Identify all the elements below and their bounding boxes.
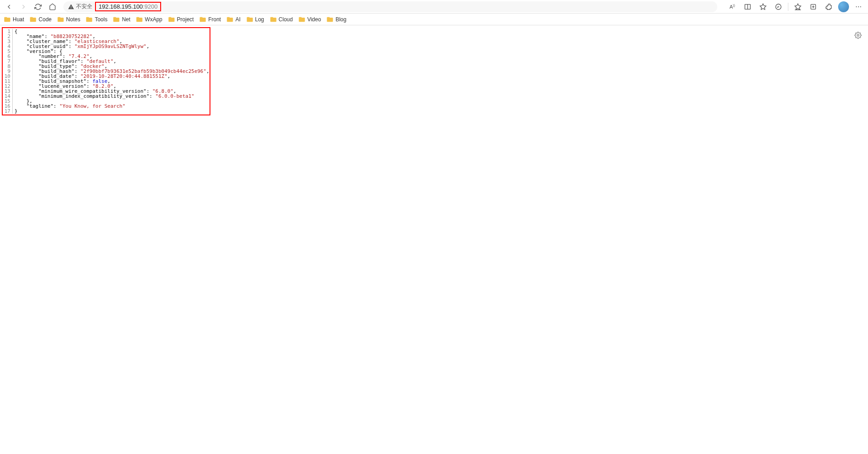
bookmark-folder[interactable]: Project (168, 16, 194, 23)
address-bar[interactable]: 不安全 192.168.195.100:9200 (63, 1, 717, 12)
browser-toolbar: 不安全 192.168.195.100:9200 A)) (0, 0, 868, 14)
json-line: 14 "minimum_index_compatibility_version"… (3, 94, 210, 99)
bookmark-folder[interactable]: Front (199, 16, 221, 23)
bookmark-label: Project (177, 16, 194, 23)
bookmark-folder[interactable]: Cloud (270, 16, 293, 23)
bookmark-label: Log (255, 16, 264, 23)
bookmark-label: Video (307, 16, 321, 23)
toolbar-divider (788, 3, 788, 11)
folder-icon (29, 16, 37, 23)
insecure-label: 不安全 (76, 3, 92, 10)
bookmark-folder[interactable]: Notes (57, 16, 80, 23)
home-button[interactable] (47, 1, 58, 12)
bookmark-label: Notes (66, 16, 80, 23)
read-aloud-button[interactable]: A)) (726, 1, 738, 12)
bookmark-label: Front (208, 16, 221, 23)
bookmark-folder[interactable]: WxApp (136, 16, 162, 23)
bookmark-label: Net (122, 16, 130, 23)
bookmarks-bar: HuatCodeNotesToolsNetWxAppProjectFrontAI… (0, 14, 868, 25)
page-content: 1{2 "name": "b88230752282",3 "cluster_na… (0, 25, 868, 117)
insecure-indicator: 不安全 (68, 3, 92, 10)
svg-marker-2 (760, 4, 766, 10)
json-line: 17} (3, 109, 210, 114)
sync-button[interactable] (773, 1, 784, 12)
folder-icon (4, 16, 11, 23)
back-button[interactable] (4, 1, 14, 12)
svg-point-9 (856, 6, 857, 7)
bookmark-folder[interactable]: Video (298, 16, 321, 23)
bookmark-label: Code (38, 16, 52, 23)
folder-icon (226, 16, 234, 23)
split-screen-button[interactable] (742, 1, 754, 12)
bookmark-folder[interactable]: Blog (326, 16, 346, 23)
bookmark-label: Blog (335, 16, 346, 23)
bookmark-label: WxApp (145, 16, 162, 23)
json-viewer-settings-icon[interactable] (853, 30, 863, 41)
svg-marker-4 (795, 4, 801, 10)
bookmark-folder[interactable]: Tools (86, 16, 107, 23)
folder-icon (326, 16, 334, 23)
bookmark-label: Tools (95, 16, 107, 23)
url-highlight-box: 192.168.195.100:9200 (95, 2, 161, 11)
json-response-block: 1{2 "name": "b88230752282",3 "cluster_na… (2, 27, 210, 115)
folder-icon (298, 16, 305, 23)
line-number: 17 (3, 109, 13, 114)
folder-icon (270, 16, 277, 23)
svg-point-10 (858, 6, 859, 7)
bookmark-folder[interactable]: Huat (4, 16, 24, 23)
extensions-button[interactable] (823, 1, 835, 12)
bookmark-label: Cloud (279, 16, 293, 23)
collections-button[interactable] (807, 1, 819, 12)
line-content: "minimum_index_compatibility_version": "… (13, 94, 194, 99)
line-content: "tagline": "You Know, for Search" (13, 104, 125, 109)
json-line: 16 "tagline": "You Know, for Search" (3, 104, 210, 109)
folder-icon (168, 16, 175, 23)
folder-icon (86, 16, 93, 23)
bookmark-folder[interactable]: Code (29, 16, 52, 23)
bookmark-folder[interactable]: AI (226, 16, 240, 23)
folder-icon (57, 16, 64, 23)
bookmark-folder[interactable]: Net (113, 16, 130, 23)
url-host: 192.168.195.100 (99, 3, 143, 10)
bookmark-label: Huat (13, 16, 24, 23)
folder-icon (199, 16, 206, 23)
warning-icon (68, 4, 74, 10)
refresh-button[interactable] (33, 1, 43, 12)
toolbar-right: A)) (723, 1, 864, 12)
svg-point-11 (860, 6, 861, 7)
favorites-list-button[interactable] (792, 1, 804, 12)
line-content: } (13, 109, 18, 114)
bookmark-folder[interactable]: Log (246, 16, 264, 23)
folder-icon (246, 16, 253, 23)
folder-icon (136, 16, 143, 23)
bookmark-label: AI (235, 16, 240, 23)
svg-point-12 (857, 34, 859, 36)
url-port: :9200 (143, 3, 158, 10)
favorite-button[interactable] (757, 1, 769, 12)
profile-avatar[interactable] (838, 1, 849, 12)
folder-icon (113, 16, 120, 23)
forward-button[interactable] (18, 1, 29, 12)
menu-button[interactable] (853, 1, 864, 12)
